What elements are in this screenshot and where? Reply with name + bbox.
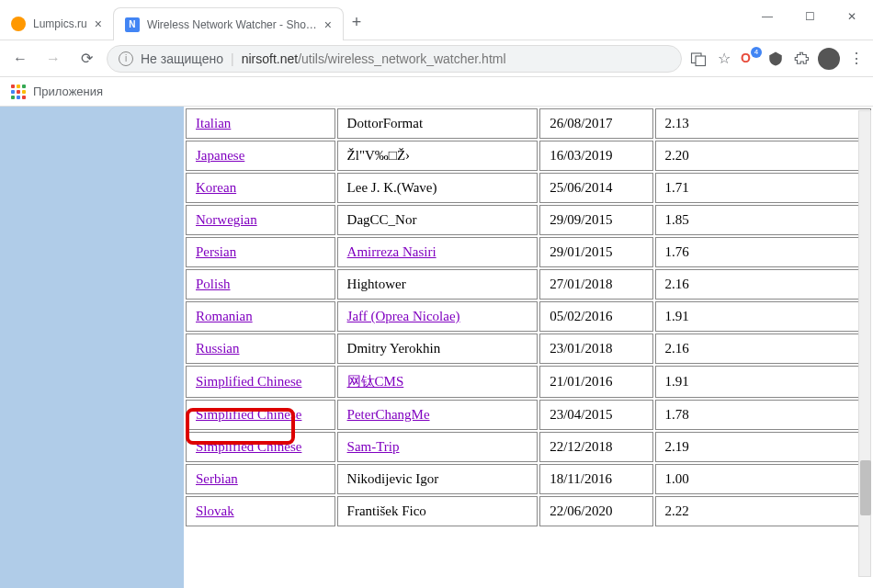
table-row: PersianAmirreza Nasiri29/01/20151.76 (186, 237, 871, 267)
reload-button[interactable]: ⟳ (74, 46, 99, 72)
table-row: PolishHightower27/01/20182.16 (186, 269, 871, 300)
version-cell: 2.16 (655, 334, 871, 364)
version-cell: 2.20 (655, 141, 871, 171)
date-cell: 26/08/2017 (539, 108, 652, 139)
table-row: Simplified ChineseSam-Trip22/12/20182.19 (186, 432, 871, 462)
extension-badge: 4 (751, 47, 762, 58)
version-cell: 1.91 (655, 301, 871, 332)
lang-link[interactable]: Russian (196, 341, 240, 356)
date-cell: 23/04/2015 (539, 400, 652, 430)
lang-cell: Slovak (186, 496, 335, 526)
author-link[interactable]: 网钛CMS (347, 374, 404, 389)
version-cell: 1.76 (655, 237, 871, 267)
tab-lumpics[interactable]: Lumpics.ru × (0, 7, 113, 40)
forward-button[interactable]: → (40, 46, 66, 72)
version-cell: 1.00 (655, 464, 871, 494)
table-row: JapaneseŽl"V‰□Ž›16/03/20192.20 (186, 141, 871, 171)
menu-icon[interactable]: ⋮ (847, 50, 866, 68)
tab-title: Wireless Network Watcher - Sho… (147, 18, 317, 31)
lang-cell: Korean (186, 173, 335, 203)
new-tab-button[interactable]: + (344, 9, 369, 35)
lang-cell: Persian (186, 237, 335, 267)
version-cell: 1.91 (655, 366, 871, 398)
lang-cell: Romanian (186, 301, 335, 332)
lang-link[interactable]: Slovak (196, 503, 234, 518)
not-secure-label: Не защищено (141, 51, 223, 66)
version-cell: 2.19 (655, 432, 871, 462)
scrollbar[interactable] (858, 110, 871, 577)
lang-link[interactable]: Simplified Chinese (196, 407, 301, 422)
table-row: RomanianJaff (Oprea Nicolae)05/02/20161.… (186, 301, 871, 332)
minimize-button[interactable]: — (746, 0, 788, 33)
opera-extension-icon[interactable]: O 4 (741, 50, 759, 68)
lang-link[interactable]: Norwegian (196, 212, 257, 227)
date-cell: 22/12/2018 (539, 432, 652, 462)
tab-nirsoft[interactable]: N Wireless Network Watcher - Sho… × (113, 7, 344, 40)
author-cell: DagCC_Nor (337, 205, 539, 235)
info-icon[interactable]: i (119, 51, 133, 66)
table-row: KoreanLee J. K.(Wave)25/06/20141.71 (186, 173, 871, 203)
author-cell: Amirreza Nasiri (337, 237, 539, 267)
author-link[interactable]: Sam-Trip (347, 439, 400, 454)
close-icon[interactable]: × (95, 17, 102, 31)
svg-rect-1 (696, 56, 706, 66)
page-sidebar (0, 107, 184, 588)
lang-link[interactable]: Simplified Chinese (196, 374, 301, 389)
back-button[interactable]: ← (7, 46, 33, 72)
author-link[interactable]: Jaff (Oprea Nicolae) (347, 309, 460, 323)
author-link[interactable]: Amirreza Nasiri (347, 244, 436, 259)
author-cell: František Fico (337, 496, 539, 526)
date-cell: 16/03/2019 (539, 141, 652, 171)
languages-table: ItalianDottorFormat26/08/20172.13Japanes… (184, 107, 873, 528)
lang-link[interactable]: Japanese (196, 148, 244, 163)
star-icon[interactable]: ☆ (715, 50, 733, 68)
maximize-button[interactable]: ☐ (788, 0, 831, 33)
version-cell: 2.16 (655, 269, 871, 300)
lang-link[interactable]: Italian (196, 116, 231, 130)
version-cell: 2.22 (655, 496, 871, 526)
lang-cell: Polish (186, 269, 335, 300)
content-area: ItalianDottorFormat26/08/20172.13Japanes… (0, 107, 873, 588)
lang-link[interactable]: Korean (196, 180, 236, 195)
lang-cell: Serbian (186, 464, 335, 494)
author-cell: 网钛CMS (337, 366, 539, 398)
date-cell: 29/01/2015 (539, 237, 652, 267)
window-controls: — ☐ ✕ (746, 0, 873, 33)
date-cell: 25/06/2014 (539, 173, 652, 203)
apps-grid-icon[interactable] (11, 85, 26, 99)
adblock-extension-icon[interactable] (766, 50, 785, 68)
table-row: SlovakFrantišek Fico22/06/20202.22 (186, 496, 871, 526)
lang-link[interactable]: Romanian (196, 309, 253, 323)
version-cell: 1.78 (655, 400, 871, 430)
address-bar[interactable]: i Не защищено | nirsoft.net/utils/wirele… (107, 45, 682, 73)
favicon-icon (11, 17, 26, 31)
lang-cell: Simplified Chinese (186, 366, 335, 398)
author-cell: PeterChangMe (337, 400, 539, 430)
url-path: /utils/wireless_network_watcher.html (298, 51, 505, 66)
profile-avatar[interactable] (818, 48, 840, 70)
close-window-button[interactable]: ✕ (831, 0, 873, 33)
date-cell: 29/09/2015 (539, 205, 652, 235)
extensions-icon[interactable] (792, 50, 811, 68)
lang-link[interactable]: Simplified Chinese (196, 439, 301, 454)
date-cell: 22/06/2020 (539, 496, 652, 526)
lang-cell: Italian (186, 108, 335, 139)
lang-cell: Russian (186, 334, 335, 364)
scroll-thumb[interactable] (860, 460, 871, 515)
lang-link[interactable]: Serbian (196, 471, 238, 486)
toolbar: ← → ⟳ i Не защищено | nirsoft.net/utils/… (0, 40, 873, 77)
apps-label[interactable]: Приложения (33, 85, 103, 98)
author-cell: Nikodijevic Igor (337, 464, 539, 494)
author-cell: Lee J. K.(Wave) (337, 173, 539, 203)
author-link[interactable]: PeterChangMe (347, 407, 430, 422)
table-row: Simplified ChinesePeterChangMe23/04/2015… (186, 400, 871, 430)
lang-cell: Japanese (186, 141, 335, 171)
table-row: ItalianDottorFormat26/08/20172.13 (186, 108, 871, 139)
translate-icon[interactable] (689, 50, 708, 68)
page-main: ItalianDottorFormat26/08/20172.13Japanes… (184, 107, 873, 588)
date-cell: 23/01/2018 (539, 334, 652, 364)
lang-link[interactable]: Polish (196, 277, 231, 291)
lang-link[interactable]: Persian (196, 244, 236, 259)
close-icon[interactable]: × (324, 17, 332, 32)
author-cell: Hightower (337, 269, 539, 300)
